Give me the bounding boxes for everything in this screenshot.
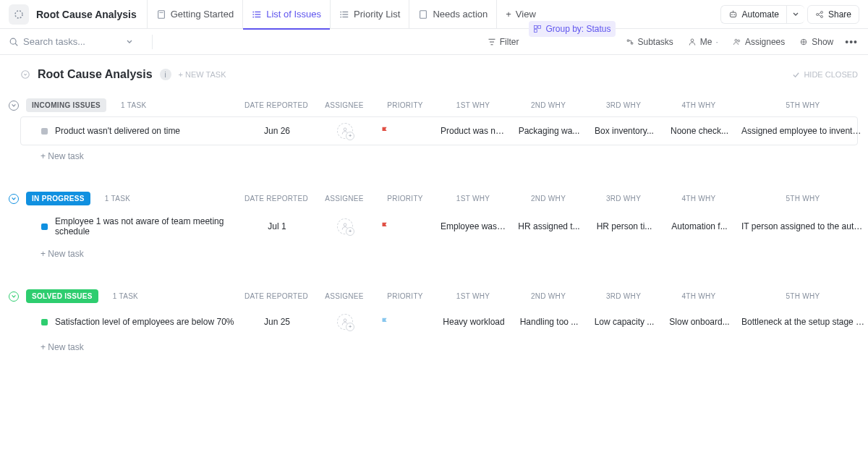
share-button[interactable]: Share: [807, 5, 859, 24]
col-why2[interactable]: 2ND WHY: [512, 288, 584, 304]
col-assignee[interactable]: ASSIGNEE: [315, 97, 373, 114]
collapse-toggle[interactable]: [9, 291, 19, 302]
new-task-ghost[interactable]: + NEW TASK: [179, 70, 226, 79]
tab-needs-action[interactable]: Needs action: [409, 0, 496, 29]
col-why4[interactable]: 4TH WHY: [663, 190, 735, 207]
cell-priority[interactable]: [377, 311, 435, 333]
check-icon: [792, 71, 800, 79]
filter-label: Filter: [500, 37, 519, 47]
cell-why2[interactable]: Handling too ...: [513, 311, 585, 333]
col-why3[interactable]: 3RD WHY: [587, 288, 660, 304]
cell-priority[interactable]: [377, 216, 435, 237]
col-why1[interactable]: 1ST WHY: [437, 97, 509, 114]
collapse-toggle[interactable]: [9, 101, 19, 111]
status-pill[interactable]: IN PROGRESS: [26, 192, 90, 205]
tab-list-of-issues[interactable]: List of Issues: [242, 0, 330, 29]
cell-why5[interactable]: Assigned employee to inventory che...: [739, 120, 868, 142]
col-date-reported[interactable]: DATE REPORTED: [240, 288, 312, 304]
cell-why3[interactable]: HR person ti...: [588, 216, 660, 237]
add-view-button[interactable]: + View: [496, 0, 545, 29]
col-why2[interactable]: 2ND WHY: [512, 97, 584, 114]
status-pill[interactable]: INCOMING ISSUES: [26, 98, 106, 112]
col-why3[interactable]: 3RD WHY: [587, 97, 660, 114]
cell-date[interactable]: Jun 26: [241, 120, 313, 142]
cell-why5[interactable]: Bottleneck at the setup stage of onb...: [739, 311, 868, 333]
cell-date[interactable]: Jun 25: [241, 311, 313, 333]
cell-why5[interactable]: IT person assigned to the automatio...: [739, 216, 868, 237]
share-icon: [815, 10, 824, 19]
page-icon[interactable]: [9, 4, 29, 25]
col-why5[interactable]: 5TH WHY: [738, 288, 868, 304]
col-why4[interactable]: 4TH WHY: [663, 288, 735, 304]
add-task-button[interactable]: + New task: [20, 243, 858, 259]
flag-icon: [380, 221, 432, 231]
status-square[interactable]: [41, 223, 48, 230]
col-priority[interactable]: PRIORITY: [376, 288, 434, 304]
cell-why2[interactable]: Packaging wa...: [513, 120, 585, 142]
cell-why4[interactable]: Noone check...: [663, 120, 736, 142]
col-date-reported[interactable]: DATE REPORTED: [240, 190, 312, 207]
cell-why1[interactable]: Employee was not ...: [438, 216, 510, 237]
add-task-button[interactable]: + New task: [20, 145, 858, 161]
svg-point-39: [344, 319, 346, 322]
col-date-reported[interactable]: DATE REPORTED: [240, 97, 312, 114]
show-button[interactable]: Show: [795, 34, 838, 50]
me-button[interactable]: Me ·: [684, 34, 723, 50]
automate-dropdown[interactable]: [786, 5, 804, 24]
col-assignee[interactable]: ASSIGNEE: [315, 190, 373, 207]
svg-point-14: [340, 16, 341, 17]
status-square[interactable]: [41, 128, 48, 135]
cell-assignee[interactable]: [316, 117, 374, 145]
col-assignee[interactable]: ASSIGNEE: [315, 288, 373, 304]
col-why4[interactable]: 4TH WHY: [663, 97, 735, 114]
search-input[interactable]: [23, 36, 124, 47]
assignee-placeholder-icon: [337, 123, 353, 139]
eye-icon: [799, 38, 808, 46]
cell-priority[interactable]: [377, 120, 435, 142]
cell-why4[interactable]: Slow onboard...: [663, 311, 736, 333]
chevron-down-icon[interactable]: [126, 38, 133, 46]
subtasks-button[interactable]: Subtasks: [621, 34, 678, 50]
status-square[interactable]: [41, 319, 48, 325]
hide-closed-button[interactable]: HIDE CLOSED: [792, 70, 858, 79]
tab-getting-started[interactable]: Getting Started: [147, 0, 242, 29]
status-pill[interactable]: SOLVED ISSUES: [26, 289, 98, 303]
assignee-placeholder-icon: [337, 314, 353, 330]
tab-priority-list[interactable]: Priority List: [330, 0, 409, 29]
cell-why2[interactable]: HR assigned t...: [513, 216, 585, 237]
flag-icon: [380, 126, 432, 136]
svg-point-31: [735, 39, 737, 41]
col-why5[interactable]: 5TH WHY: [738, 190, 868, 207]
chevron-down-icon[interactable]: [20, 69, 30, 80]
svg-point-12: [340, 11, 341, 12]
cell-why1[interactable]: Heavy workload: [438, 311, 510, 333]
cell-why4[interactable]: Automation f...: [663, 216, 736, 237]
cell-why3[interactable]: Low capacity ...: [588, 311, 660, 333]
col-why3[interactable]: 3RD WHY: [587, 190, 660, 207]
automate-button[interactable]: Automate: [720, 5, 786, 24]
col-why5[interactable]: 5TH WHY: [738, 97, 868, 114]
add-task-button[interactable]: + New task: [20, 336, 858, 352]
task-name: Employee 1 was not aware of team meeting…: [55, 216, 235, 237]
cell-assignee[interactable]: [316, 213, 374, 240]
cell-why3[interactable]: Box inventory...: [588, 120, 660, 142]
col-why2[interactable]: 2ND WHY: [512, 190, 584, 207]
cell-why1[interactable]: Product was not re...: [438, 120, 510, 142]
col-priority[interactable]: PRIORITY: [376, 190, 434, 207]
info-icon[interactable]: i: [160, 69, 171, 80]
collapse-toggle[interactable]: [9, 194, 19, 204]
col-why1[interactable]: 1ST WHY: [437, 288, 509, 304]
cell-assignee[interactable]: [316, 308, 374, 336]
assignees-button[interactable]: Assignees: [728, 34, 789, 50]
col-why1[interactable]: 1ST WHY: [437, 190, 509, 207]
col-priority[interactable]: PRIORITY: [376, 97, 434, 114]
task-row[interactable]: Product wasn't delivered on timeJun 26Pr…: [20, 116, 858, 145]
task-row[interactable]: Satisfaction level of employees are belo…: [20, 307, 858, 336]
task-name: Product wasn't delivered on time: [55, 126, 180, 136]
list-icon: [252, 9, 262, 20]
cell-date[interactable]: Jul 1: [241, 216, 313, 237]
filter-button[interactable]: Filter: [483, 34, 524, 50]
more-button[interactable]: •••: [843, 33, 859, 51]
task-row[interactable]: Employee 1 was not aware of team meeting…: [20, 210, 858, 243]
people-icon: [733, 38, 741, 46]
